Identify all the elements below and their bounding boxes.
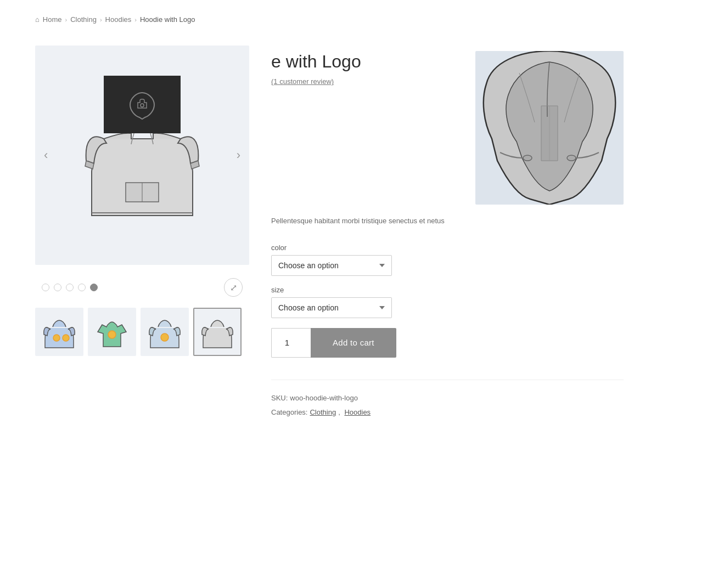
add-to-cart-row: Add to cart: [271, 328, 624, 358]
svg-point-5: [161, 333, 169, 341]
category-clothing-link[interactable]: Clothing: [310, 405, 336, 420]
svg-point-1: [141, 104, 144, 107]
breadcrumb-sep-3: ›: [134, 16, 137, 23]
gallery-dot-2[interactable]: [54, 284, 61, 291]
svg-point-4: [108, 331, 116, 338]
breadcrumb-clothing[interactable]: Clothing: [70, 15, 97, 24]
thumbnail-4[interactable]: [193, 308, 242, 356]
svg-point-6: [523, 155, 532, 161]
thumbnail-2[interactable]: [88, 308, 136, 356]
thumbnail-1[interactable]: [35, 308, 83, 356]
zoom-button[interactable]: ⤢: [224, 278, 243, 297]
breadcrumb-home[interactable]: Home: [43, 15, 62, 24]
size-option-group: size Choose an option S M L XL: [271, 286, 624, 318]
add-to-cart-button[interactable]: Add to cart: [311, 328, 396, 358]
breadcrumb: ⌂ Home › Clothing › Hoodies › Hoodie wit…: [0, 0, 707, 35]
thumbnail-3[interactable]: [141, 308, 189, 356]
svg-point-2: [53, 335, 60, 341]
svg-point-7: [567, 155, 576, 161]
product-page: ‹: [0, 35, 659, 453]
breadcrumb-current: Hoodie with Logo: [140, 15, 195, 24]
quantity-input[interactable]: [271, 328, 311, 358]
sku-line: SKU: woo-hoodie-with-logo: [271, 391, 624, 405]
image-overlay: [104, 76, 181, 133]
gallery-next-button[interactable]: ›: [232, 144, 245, 167]
main-image-container: ‹: [35, 46, 249, 265]
gallery-prev-button[interactable]: ‹: [40, 144, 52, 167]
color-label: color: [271, 244, 624, 252]
gallery-dot-1[interactable]: [42, 284, 49, 291]
category-hoodies-link[interactable]: Hoodies: [344, 405, 371, 420]
breadcrumb-sep-2: ›: [100, 16, 102, 23]
product-description: Pellentesque habitant morbi tristique se…: [271, 216, 624, 227]
gallery-dot-3[interactable]: [66, 284, 74, 291]
product-gallery: ‹: [35, 46, 249, 420]
gallery-dot-5[interactable]: [90, 284, 98, 291]
categories-line: Categories: Clothing, Hoodies: [271, 405, 624, 420]
gallery-controls: ⤢: [35, 274, 249, 299]
sku-label: SKU:: [271, 391, 288, 405]
breadcrumb-sep-1: ›: [65, 16, 68, 23]
product-meta: SKU: woo-hoodie-with-logo Categories: Cl…: [271, 380, 624, 420]
svg-point-3: [63, 335, 69, 341]
home-icon: ⌂: [35, 15, 40, 24]
sku-value: woo-hoodie-with-logo: [290, 391, 358, 405]
size-label: size: [271, 286, 624, 294]
color-select[interactable]: Choose an option Black Blue Green: [271, 255, 392, 276]
color-option-group: color Choose an option Black Blue Green: [271, 244, 624, 276]
gallery-dot-4[interactable]: [78, 284, 86, 291]
size-select[interactable]: Choose an option S M L XL: [271, 297, 392, 318]
categories-label: Categories:: [271, 405, 307, 420]
zoomed-image: [475, 51, 624, 205]
breadcrumb-hoodies[interactable]: Hoodies: [105, 15, 132, 24]
gallery-dots: [42, 284, 98, 291]
product-info: e with Logo (1 customer review) Pellente…: [271, 46, 624, 420]
thumbnail-list: [35, 308, 249, 356]
